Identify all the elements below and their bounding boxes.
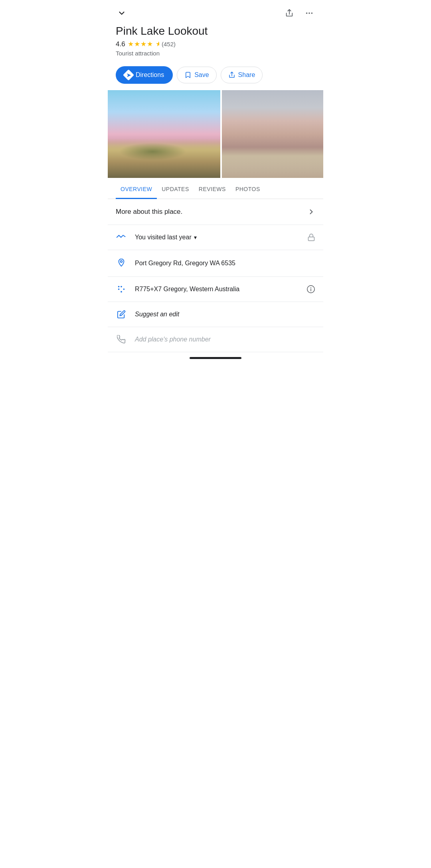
address-text: Port Gregory Rd, Gregory WA 6535	[135, 260, 315, 267]
location-pin-icon	[116, 258, 127, 268]
share-label: Share	[238, 71, 255, 79]
svg-point-6	[121, 260, 123, 262]
place-type: Tourist attraction	[116, 50, 315, 57]
directions-label: Directions	[136, 71, 164, 79]
svg-point-2	[308, 12, 310, 14]
place-title: Pink Lake Lookout	[116, 25, 315, 37]
more-about-row[interactable]: More about this place.	[108, 199, 323, 225]
add-phone-row[interactable]: Add place's phone number	[108, 327, 323, 352]
svg-point-11	[123, 288, 125, 290]
directions-button[interactable]: ➤ Directions	[116, 66, 173, 84]
share-action-button[interactable]: Share	[221, 67, 263, 83]
top-bar-actions	[283, 7, 315, 19]
svg-point-8	[121, 286, 122, 288]
photo-2[interactable]	[222, 90, 323, 178]
lock-icon	[307, 233, 315, 241]
svg-point-3	[311, 12, 313, 14]
overview-section: More about this place. You visited last …	[108, 199, 323, 352]
stars-display: ★★★★	[128, 40, 153, 48]
more-options-button[interactable]	[303, 7, 315, 19]
tab-overview[interactable]: OVERVIEW	[116, 180, 157, 199]
directions-icon: ➤	[123, 69, 134, 81]
share-button[interactable]	[283, 7, 295, 19]
visit-history-icon	[116, 233, 127, 242]
plus-code-row[interactable]: R775+X7 Gregory, Western Australia	[108, 277, 323, 302]
plus-code-icon	[116, 285, 127, 294]
collapse-button[interactable]	[116, 7, 128, 19]
place-header: Pink Lake Lookout 4.6 ★★★★ ★ (452) Touri…	[108, 23, 323, 62]
photo-strip[interactable]	[108, 90, 323, 178]
more-about-chevron	[307, 208, 315, 216]
more-about-text: More about this place.	[116, 208, 182, 216]
phone-icon	[116, 335, 127, 344]
photo-1[interactable]	[108, 90, 220, 178]
save-button[interactable]: Save	[177, 67, 216, 83]
suggest-edit-row[interactable]: Suggest an edit	[108, 302, 323, 327]
svg-point-10	[121, 291, 122, 293]
visit-history-row[interactable]: You visited last year ▾	[108, 225, 323, 250]
review-count: (452)	[162, 41, 176, 47]
tab-updates[interactable]: UPDATES	[157, 180, 194, 199]
tabs: OVERVIEW UPDATES REVIEWS PHOTOS	[108, 180, 323, 199]
visit-history-text: You visited last year	[135, 234, 192, 241]
edit-icon	[116, 310, 127, 319]
address-row[interactable]: Port Gregory Rd, Gregory WA 6535	[108, 250, 323, 277]
plus-code-text: R775+X7 Gregory, Western Australia	[135, 286, 299, 293]
save-icon	[184, 71, 192, 79]
visit-history-content: You visited last year ▾	[135, 234, 299, 241]
action-buttons: ➤ Directions Save Share	[108, 62, 323, 90]
plus-code-info-icon[interactable]	[306, 285, 315, 294]
rating-number: 4.6	[116, 40, 125, 48]
rating-row: 4.6 ★★★★ ★ (452)	[116, 40, 315, 48]
tab-reviews[interactable]: REVIEWS	[194, 180, 231, 199]
suggest-edit-text: Suggest an edit	[135, 311, 315, 318]
svg-point-1	[306, 12, 308, 14]
add-phone-text: Add place's phone number	[135, 336, 315, 343]
svg-point-7	[118, 286, 120, 288]
svg-rect-5	[308, 237, 314, 241]
top-bar	[108, 0, 323, 23]
save-label: Save	[194, 71, 209, 79]
home-bar	[190, 357, 241, 359]
visit-history-chevron: ▾	[194, 234, 197, 241]
home-indicator	[108, 352, 323, 362]
half-star: ★	[156, 40, 159, 48]
svg-point-9	[118, 288, 120, 290]
tab-photos[interactable]: PHOTOS	[231, 180, 265, 199]
share-icon	[228, 71, 235, 79]
